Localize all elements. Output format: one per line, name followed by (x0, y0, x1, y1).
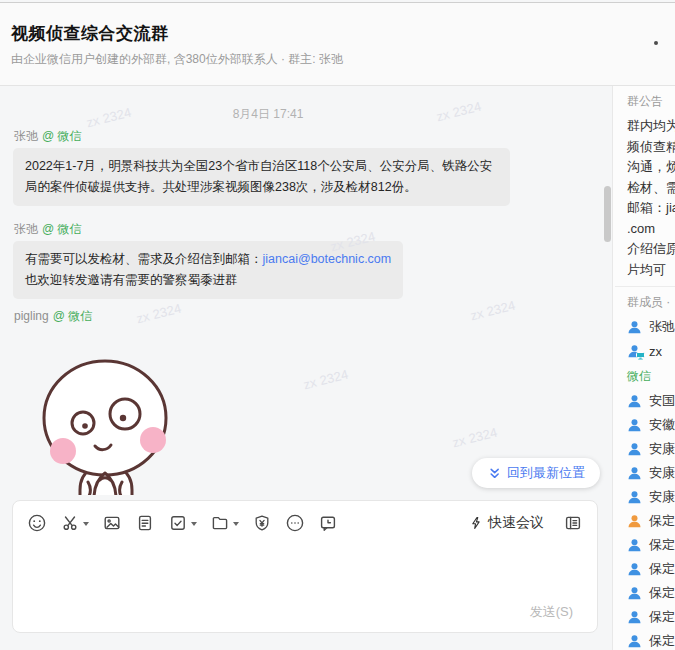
person-pc-icon (627, 344, 642, 358)
person-icon (627, 442, 642, 456)
member-name: 保定 (649, 560, 675, 578)
member-row[interactable]: 保定 (627, 533, 675, 557)
members-title: 群成员 · (627, 294, 670, 311)
watermark-text: zx 2324 (451, 425, 499, 451)
pc-login-badge-icon (636, 352, 645, 360)
person-icon (627, 586, 642, 600)
send-image-button[interactable] (102, 513, 122, 533)
member-list: 张弛 zx 微信 安国 安徽 安康 安康 (627, 315, 675, 650)
member-row[interactable]: 保定 (627, 605, 675, 629)
member-name: 安康 (649, 464, 675, 482)
scissors-icon (60, 513, 80, 533)
member-name: 保定 (649, 632, 675, 650)
note-icon (135, 513, 155, 533)
member-row[interactable]: 保定 (627, 509, 675, 533)
composer-toolbar: 快速会议 (13, 501, 597, 545)
person-icon (627, 394, 642, 408)
member-name: 安康 (649, 488, 675, 506)
announcement-title: 群公告 (627, 93, 663, 110)
sender-name: 张弛 (14, 129, 38, 143)
message-text: 也欢迎转发邀请有需要的警察蜀黍进群 (25, 270, 391, 291)
emoji-icon (27, 513, 47, 533)
email-link[interactable]: jiancai@botechnic.com (263, 252, 392, 266)
image-icon (102, 513, 122, 533)
wechat-section-label: 微信 (627, 363, 675, 389)
group-info-sidebar: 群公告 群内均为 频侦查精 沟通，烦 检材、需 邮箱：jia .com 介绍信原… (613, 86, 675, 650)
person-icon (627, 418, 642, 432)
member-name: 安国 (649, 392, 675, 410)
chat-history-button[interactable] (318, 513, 338, 533)
member-row[interactable]: 保定 (627, 581, 675, 605)
date-separator: 8月4日 17:41 (0, 106, 536, 123)
message-bubble: 有需要可以发检材、需求及介绍信到邮箱：jiancai@botechnic.com… (13, 241, 403, 299)
bubble-clock-icon (318, 513, 338, 533)
person-icon (627, 514, 642, 528)
more-ellipsis-icon (285, 513, 305, 533)
praying-sticker-image[interactable] (40, 356, 174, 495)
chat-scrollbar[interactable] (604, 186, 611, 242)
send-file-button[interactable] (135, 513, 155, 533)
group-title: 视频侦查综合交流群 (11, 22, 169, 45)
announcement-text: 群内均为 频侦查精 沟通，烦 检材、需 邮箱：jia .com 介绍信原 片均可 (627, 116, 675, 280)
message-bubble: 2022年1-7月，明景科技共为全国23个省市自治区118个公安局、公安分局、铁… (13, 148, 510, 206)
member-row[interactable]: 安徽 (627, 413, 675, 437)
message-sender-row: 张弛@ 微信 (14, 221, 82, 238)
chat-header: 视频侦查综合交流群 由企业微信用户创建的外部群, 含380位外部联系人 · 群主… (0, 3, 675, 86)
member-name: 安徽 (649, 416, 675, 434)
red-packet-button[interactable] (252, 513, 272, 533)
member-name: 安康 (649, 440, 675, 458)
back-to-latest-button[interactable]: 回到最新位置 (472, 458, 600, 488)
lightning-icon (468, 515, 484, 531)
dropdown-caret-icon (233, 522, 239, 529)
message-sender-row: pigling@ 微信 (14, 308, 92, 325)
member-row[interactable]: 保定 (627, 557, 675, 581)
person-icon (627, 466, 642, 480)
group-subtitle: 由企业微信用户创建的外部群, 含380位外部联系人 · 群主: 张弛 (11, 51, 343, 68)
dropdown-caret-icon (83, 522, 89, 529)
wecom-group-chat-window: 视频侦查综合交流群 由企业微信用户创建的外部群, 含380位外部联系人 · 群主… (0, 0, 675, 650)
member-row[interactable]: 安康 (627, 437, 675, 461)
composer-panel: 快速会议 发送(S) (12, 500, 598, 633)
member-name: 保定 (649, 512, 675, 530)
shield-yuan-icon (252, 513, 272, 533)
send-button[interactable]: 发送(S) (524, 602, 579, 622)
screenshot-button[interactable] (60, 513, 89, 533)
todo-button[interactable] (168, 513, 197, 533)
member-row[interactable]: 安康 (627, 485, 675, 509)
watermark-text: zx 2324 (135, 301, 183, 327)
member-row[interactable]: zx (627, 339, 675, 363)
side-panel-toggle-button[interactable] (563, 513, 583, 533)
message-input[interactable] (25, 547, 585, 598)
dropdown-caret-icon (191, 522, 197, 529)
quick-meeting-button[interactable]: 快速会议 (462, 513, 550, 533)
message-sender-row: 张弛@ 微信 (14, 128, 82, 145)
folder-icon (210, 513, 230, 533)
back-to-latest-label: 回到最新位置 (507, 464, 585, 482)
sender-source-tag: @ 微信 (53, 309, 93, 323)
member-name: zx (649, 344, 662, 359)
person-icon (627, 610, 642, 624)
more-tools-button[interactable] (285, 513, 305, 533)
folder-button[interactable] (210, 513, 239, 533)
person-icon (627, 320, 642, 334)
emoji-button[interactable] (27, 513, 47, 533)
quick-meeting-label: 快速会议 (488, 514, 544, 532)
section-divider (615, 286, 675, 287)
person-icon (627, 490, 642, 504)
chevron-double-down-icon (487, 466, 502, 481)
member-row[interactable]: 安康 (627, 461, 675, 485)
person-icon (627, 562, 642, 576)
person-icon (627, 538, 642, 552)
sender-name: 张弛 (14, 222, 38, 236)
member-row[interactable]: 保定 (627, 629, 675, 650)
more-menu-button[interactable] (654, 41, 658, 45)
member-row[interactable]: 安国 (627, 389, 675, 413)
sender-name: pigling (14, 309, 49, 323)
message-text: 有需要可以发检材、需求及介绍信到邮箱： (25, 252, 263, 266)
watermark-text: zx 2324 (302, 367, 350, 393)
todo-checkbox-icon (168, 513, 188, 533)
person-icon (627, 634, 642, 648)
side-panel-icon (563, 513, 583, 533)
member-name: 保定 (649, 608, 675, 626)
member-row[interactable]: 张弛 (627, 315, 675, 339)
